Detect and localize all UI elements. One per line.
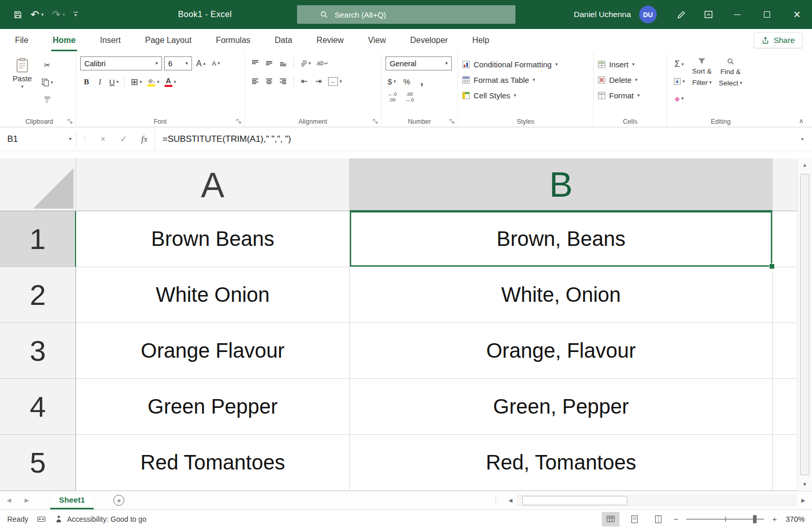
- view-normal-button[interactable]: [602, 512, 619, 526]
- copy-button[interactable]: ▾: [39, 76, 55, 89]
- avatar[interactable]: DU: [639, 6, 657, 23]
- tab-formulas[interactable]: Formulas: [214, 29, 252, 51]
- percent-style-button[interactable]: %: [401, 75, 413, 88]
- tab-home[interactable]: Home: [51, 29, 77, 51]
- zoom-in-button[interactable]: +: [772, 515, 777, 523]
- search-box[interactable]: Search (Alt+Q): [297, 5, 515, 24]
- clipboard-dialog-launcher[interactable]: [67, 119, 73, 124]
- tab-help[interactable]: Help: [470, 29, 491, 51]
- font-family-select[interactable]: Calibri▾: [80, 56, 162, 70]
- cell-right-4[interactable]: [773, 379, 797, 435]
- italic-button[interactable]: I: [94, 75, 106, 89]
- draw-pen-icon[interactable]: [668, 0, 695, 29]
- cell-right-2[interactable]: [773, 267, 797, 323]
- view-page-layout-button[interactable]: [626, 512, 643, 526]
- insert-function-button[interactable]: fx: [134, 134, 155, 144]
- alignment-dialog-launcher[interactable]: [373, 119, 378, 124]
- share-button[interactable]: Share: [754, 32, 803, 48]
- format-cells-button[interactable]: Format ▾: [598, 87, 662, 103]
- fill-button[interactable]: ▾: [671, 75, 687, 88]
- cell-A1[interactable]: Brown Beans: [76, 211, 350, 267]
- cell-A5[interactable]: Red Tomantoes: [76, 435, 350, 491]
- ribbon-display-options-button[interactable]: [695, 0, 722, 29]
- column-header-B[interactable]: B: [350, 158, 773, 211]
- insert-cells-button[interactable]: Insert ▾: [598, 56, 662, 72]
- decrease-font-size-button[interactable]: A▾: [210, 57, 222, 70]
- tab-developer[interactable]: Developer: [408, 29, 449, 51]
- name-box-dropdown[interactable]: ▾: [69, 137, 71, 141]
- font-size-select[interactable]: 6▾: [164, 56, 192, 70]
- zoom-slider[interactable]: [686, 519, 764, 520]
- vertical-scrollbar-thumb[interactable]: [800, 174, 809, 475]
- cell-styles-button[interactable]: Cell Styles ▾: [462, 87, 589, 103]
- underline-button[interactable]: U▾: [107, 75, 121, 89]
- row-header-5[interactable]: 5: [0, 435, 76, 491]
- cell-B4[interactable]: Green, Pepper: [350, 379, 773, 435]
- cut-button[interactable]: ✂: [39, 58, 55, 72]
- accounting-format-button[interactable]: $▾: [386, 75, 398, 88]
- horizontal-scrollbar[interactable]: [517, 495, 796, 506]
- formula-input[interactable]: =SUBSTITUTE(TRIM(A1)," ",", "): [155, 127, 798, 151]
- user-name[interactable]: Daniel Uchenna: [574, 10, 631, 19]
- align-top-button[interactable]: [249, 56, 261, 70]
- maximize-button[interactable]: [752, 0, 782, 29]
- formula-bar-resize-handle[interactable]: ⋮: [77, 135, 93, 143]
- find-select-button[interactable]: Find & Select▾: [717, 56, 744, 89]
- align-left-button[interactable]: [249, 75, 261, 88]
- zoom-level[interactable]: 370%: [783, 515, 805, 523]
- clear-button[interactable]: ◆▾: [671, 92, 687, 105]
- align-bottom-button[interactable]: [277, 56, 289, 70]
- expand-formula-bar-button[interactable]: ▾: [798, 136, 807, 142]
- increase-font-size-button[interactable]: A▴: [194, 57, 208, 70]
- align-middle-button[interactable]: [263, 56, 275, 70]
- cell-right-1[interactable]: [773, 211, 797, 267]
- cell-right-3[interactable]: [773, 323, 797, 379]
- tab-insert[interactable]: Insert: [98, 29, 122, 51]
- sort-filter-button[interactable]: Sort & Filter▾: [690, 56, 714, 88]
- cell-B1[interactable]: Brown, Beans: [350, 211, 773, 267]
- format-as-table-button[interactable]: Format as Table ▾: [462, 72, 589, 87]
- cell-right-5[interactable]: [773, 435, 797, 491]
- hscroll-left-button[interactable]: ◀: [504, 497, 518, 503]
- row-header-2[interactable]: 2: [0, 267, 76, 323]
- accessibility-status[interactable]: Accessibility: Good to go: [55, 515, 146, 523]
- paste-button[interactable]: Paste ▾: [7, 56, 37, 89]
- select-all-button[interactable]: [0, 158, 76, 211]
- align-center-button[interactable]: [263, 75, 275, 88]
- wrap-text-button[interactable]: ab↵: [315, 56, 331, 70]
- tab-view[interactable]: View: [366, 29, 387, 51]
- vertical-scrollbar[interactable]: ▲ ▼: [797, 158, 812, 491]
- tab-splitter-handle[interactable]: ⋮: [488, 496, 504, 504]
- zoom-out-button[interactable]: −: [673, 515, 678, 523]
- tab-data[interactable]: Data: [273, 29, 294, 51]
- new-sheet-button[interactable]: +: [113, 495, 124, 506]
- align-right-button[interactable]: [277, 75, 289, 88]
- cell-A2[interactable]: White Onion: [76, 267, 350, 323]
- cell-A4[interactable]: Green Pepper: [76, 379, 350, 435]
- tab-review[interactable]: Review: [315, 29, 345, 51]
- font-color-button[interactable]: A▾: [163, 75, 179, 89]
- cell-B3[interactable]: Orange, Flavour: [350, 323, 773, 379]
- orientation-button[interactable]: ab▾: [298, 56, 313, 70]
- autosum-button[interactable]: Σ▾: [671, 57, 687, 71]
- sheet-nav-right-button[interactable]: ▶: [18, 491, 35, 509]
- comma-style-button[interactable]: ,: [416, 75, 428, 88]
- cancel-button[interactable]: ×: [93, 135, 113, 144]
- number-dialog-launcher[interactable]: [449, 119, 455, 124]
- borders-button[interactable]: ⊞▾: [128, 75, 144, 89]
- sheet-nav-left-button[interactable]: ◀: [0, 491, 18, 509]
- decrease-decimal-button[interactable]: .00→.0: [403, 90, 416, 104]
- font-dialog-launcher[interactable]: [236, 119, 242, 124]
- sheet-tab-sheet1[interactable]: Sheet1: [50, 491, 94, 509]
- undo-button[interactable]: ↶▾: [31, 9, 43, 20]
- scroll-down-button[interactable]: ▼: [802, 481, 807, 487]
- cell-B2[interactable]: White, Onion: [350, 267, 773, 323]
- close-button[interactable]: ×: [782, 0, 812, 29]
- customize-quick-access-button[interactable]: ▾: [73, 12, 78, 18]
- increase-indent-button[interactable]: ⇥: [312, 75, 324, 88]
- macro-record-button[interactable]: [37, 516, 46, 523]
- number-format-select[interactable]: General▾: [386, 56, 452, 70]
- row-header-1[interactable]: 1: [0, 211, 76, 267]
- row-header-4[interactable]: 4: [0, 379, 76, 435]
- increase-decimal-button[interactable]: ←.0.00: [386, 90, 398, 104]
